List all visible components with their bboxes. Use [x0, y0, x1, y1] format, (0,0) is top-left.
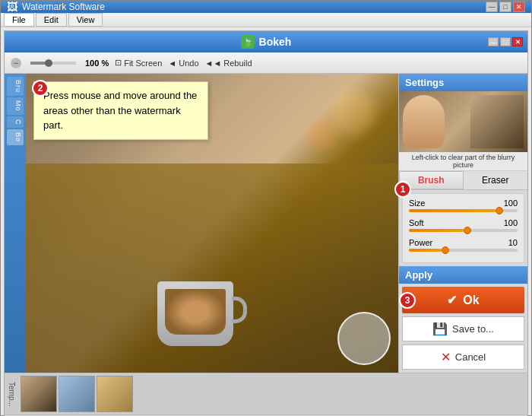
soft-slider-track[interactable]: [409, 229, 518, 232]
tooltip-text: Press mouse and move around the areas ot…: [43, 90, 197, 131]
inner-window-title: Bokeh: [259, 36, 292, 48]
cancel-button[interactable]: ✕ Cancel: [402, 345, 524, 370]
inner-win-controls: — □ ✕: [488, 37, 523, 46]
main-content: Bru Mo C Bo: [5, 74, 527, 373]
sidebar-tab-crop[interactable]: C: [7, 116, 24, 129]
app-icon: 🍃: [241, 35, 255, 49]
undo-button[interactable]: ◄ Undo: [168, 59, 198, 68]
apply-header: Apply: [399, 266, 527, 284]
outer-maximize-button[interactable]: □: [499, 2, 511, 12]
ok-button[interactable]: ✔ Ok: [402, 287, 524, 313]
tab-item-1[interactable]: File: [4, 13, 34, 27]
tab-item-2[interactable]: Edit: [36, 13, 67, 27]
size-label: Size: [409, 198, 425, 208]
power-label: Power: [409, 238, 432, 247]
outer-minimize-button[interactable]: —: [486, 2, 498, 12]
preview-image: [399, 91, 527, 152]
brush-eraser-tabs: Brush Eraser: [399, 171, 527, 190]
outer-window-icon: 🖼: [7, 1, 17, 13]
power-value: 10: [508, 238, 518, 247]
thumbnail-label: Temp...: [8, 382, 19, 407]
zoom-out-button[interactable]: −: [11, 58, 21, 68]
canvas-area[interactable]: Press mouse and move around the areas ot…: [26, 74, 398, 373]
soft-slider-row: Soft 100: [409, 218, 518, 232]
soft-value: 100: [504, 218, 518, 227]
sidebar-tab-move[interactable]: Mo: [7, 97, 24, 115]
outer-window: 🖼 Watermark Software — □ ✕ File Edit Vie…: [0, 0, 532, 416]
inner-titlebar: 🍃 Bokeh — □ ✕: [5, 31, 527, 52]
preview-bokeh: [470, 95, 524, 148]
inner-maximize-button[interactable]: □: [500, 37, 511, 46]
tab-item-3[interactable]: View: [68, 13, 103, 27]
save-to-button[interactable]: 💾 Save to...: [402, 316, 524, 341]
inner-close-button[interactable]: ✕: [512, 37, 523, 46]
sidebar-tab-bokeh[interactable]: Bo: [7, 129, 24, 145]
right-panel: Settings Left-click to clear part of the…: [398, 74, 527, 373]
zoom-value: 100 %: [85, 59, 109, 68]
size-slider-track[interactable]: [409, 209, 518, 212]
soft-label: Soft: [409, 218, 424, 227]
badge-1: 1: [394, 181, 411, 198]
save-label: Save to...: [452, 323, 494, 335]
cancel-label: Cancel: [455, 351, 486, 363]
badge-3: 3: [399, 292, 416, 309]
outer-toolbar: File Edit View: [1, 13, 531, 27]
outer-window-controls: — □ ✕: [486, 2, 525, 12]
sidebar-tab-brush[interactable]: Bru: [7, 77, 24, 96]
image-toolbar: − 100 % ⊡ Fit Screen ◄ Undo ◄◄ Rebuild: [5, 52, 527, 74]
save-icon: 💾: [432, 322, 448, 336]
preview-person: [403, 95, 445, 148]
fit-screen-icon: ⊡: [115, 58, 122, 68]
settings-header: Settings: [399, 74, 527, 91]
thumbnail-strip: Temp...: [5, 373, 527, 414]
rebuild-icon: ◄◄: [205, 59, 222, 68]
coffee-cup: [157, 281, 249, 357]
eraser-tab[interactable]: Eraser: [464, 171, 528, 189]
size-value: 100: [504, 198, 518, 208]
ok-button-container: 3 ✔ Ok: [402, 287, 524, 313]
badge-2: 2: [32, 80, 49, 97]
sliders-area: Size 100 Soft 100: [402, 193, 524, 263]
power-slider-track[interactable]: [409, 249, 518, 252]
zoom-slider[interactable]: [30, 62, 76, 65]
inner-minimize-button[interactable]: —: [488, 37, 499, 46]
power-slider-row: Power 10: [409, 238, 518, 252]
inner-window: 🍃 Bokeh — □ ✕ − 100 % ⊡ Fit Screen ◄ Und…: [4, 30, 528, 416]
thumbnail-3[interactable]: [97, 376, 133, 412]
thumbnail-1[interactable]: [21, 376, 57, 412]
ok-checkmark-icon: ✔: [447, 293, 457, 307]
rebuild-button[interactable]: ◄◄ Rebuild: [205, 59, 252, 68]
fit-screen-button[interactable]: ⊡ Fit Screen: [115, 58, 162, 68]
left-sidebar: Bru Mo C Bo: [5, 74, 26, 373]
cancel-icon: ✕: [441, 350, 451, 364]
preview-caption: Left-click to clear part of the blurry p…: [399, 152, 527, 171]
ok-label: Ok: [463, 294, 479, 307]
undo-icon: ◄: [168, 59, 176, 68]
outer-window-title: Watermark Software: [22, 2, 105, 12]
preview-circle: [337, 312, 391, 365]
outer-close-button[interactable]: ✕: [513, 2, 525, 12]
thumbnail-2[interactable]: [59, 376, 95, 412]
tooltip-box: Press mouse and move around the areas ot…: [33, 81, 208, 140]
size-slider-row: Size 100: [409, 198, 518, 212]
outer-titlebar: 🖼 Watermark Software — □ ✕: [1, 1, 531, 13]
